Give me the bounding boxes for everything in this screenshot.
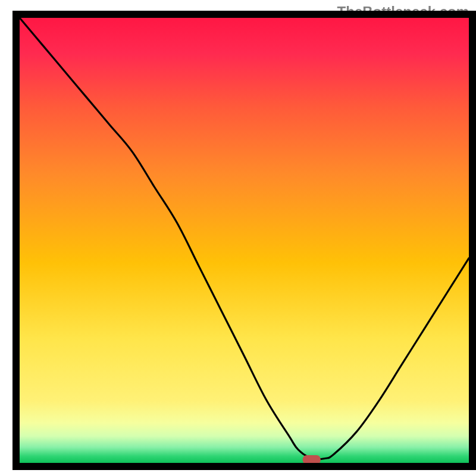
chart-frame (0, 0, 476, 476)
svg-rect-2 (16, 14, 472, 466)
bottleneck-chart: TheBottleneck.com (0, 0, 476, 476)
